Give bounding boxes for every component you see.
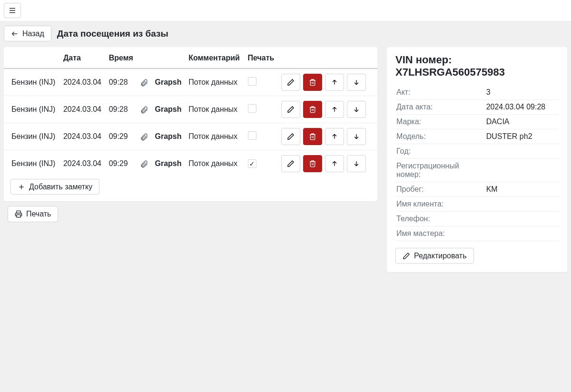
cell-fuel: Бензин (INJ) <box>4 69 60 96</box>
col-date: Дата <box>60 47 106 69</box>
delete-row-button[interactable] <box>303 128 322 145</box>
details-value: DUSTER ph2 <box>485 129 559 144</box>
main-column: Дата Время Комментарий Печать Бензин (IN… <box>4 47 377 272</box>
edit-row-button[interactable] <box>281 128 300 145</box>
move-down-button[interactable] <box>347 155 366 172</box>
vin-title: VIN номер: X7LHSRGA560575983 <box>395 54 559 78</box>
details-row: Регистрационный номер: <box>395 159 559 182</box>
details-row: Пробег:KM <box>395 182 559 197</box>
details-row: Дата акта:2024.03.04 09:28 <box>395 100 559 115</box>
cell-date: 2024.03.04 <box>60 123 106 150</box>
details-key: Телефон: <box>395 212 485 226</box>
details-row: Акт:3 <box>395 85 559 100</box>
cell-attach <box>137 69 152 96</box>
details-value <box>485 212 559 226</box>
menu-toggle-button[interactable] <box>4 3 21 18</box>
burger-icon <box>8 6 17 15</box>
details-value: KM <box>485 182 559 197</box>
cell-comment: Поток данных <box>186 69 245 96</box>
move-up-button[interactable] <box>325 74 344 91</box>
add-note-button[interactable]: Добавить заметку <box>10 179 99 195</box>
move-down-button[interactable] <box>347 101 366 118</box>
col-actions <box>278 47 377 69</box>
details-row: Телефон: <box>395 212 559 226</box>
page-header: Назад Дата посещения из базы <box>0 21 571 47</box>
add-note-label: Добавить заметку <box>29 182 92 191</box>
cell-fuel: Бензин (INJ) <box>4 96 60 123</box>
details-value <box>485 159 559 182</box>
paperclip-icon[interactable] <box>140 132 148 140</box>
cell-print: ✓ <box>245 150 279 177</box>
cell-time: 09:29 <box>106 150 138 177</box>
table-row: Бензин (INJ)2024.03.0409:28GrapshПоток д… <box>4 96 377 123</box>
print-checkbox[interactable] <box>248 131 256 140</box>
printer-icon <box>15 210 22 218</box>
details-value: DACIA <box>485 115 559 129</box>
cell-time: 09:29 <box>106 123 138 150</box>
table-row: Бензин (INJ)2024.03.0409:28GrapshПоток д… <box>4 69 377 96</box>
move-down-button[interactable] <box>347 74 366 91</box>
details-key: Имя мастера: <box>395 226 485 241</box>
print-button[interactable]: Печать <box>8 206 58 222</box>
edit-label: Редактировать <box>414 251 467 260</box>
details-actions: Редактировать <box>395 248 559 264</box>
details-key: Марка: <box>395 115 485 129</box>
details-value <box>485 197 559 212</box>
edit-button[interactable]: Редактировать <box>395 248 474 264</box>
cell-print <box>245 123 279 150</box>
details-value <box>485 226 559 241</box>
details-value <box>485 144 559 159</box>
vin-value: X7LHSRGA560575983 <box>395 66 505 78</box>
print-checkbox[interactable] <box>248 77 256 86</box>
edit-row-button[interactable] <box>281 74 300 91</box>
details-row: Год: <box>395 144 559 159</box>
edit-row-button[interactable] <box>281 155 300 172</box>
details-value: 2024.03.04 09:28 <box>485 100 559 115</box>
print-checkbox[interactable]: ✓ <box>248 159 256 168</box>
cell-comment: Поток данных <box>186 123 245 150</box>
details-key: Модель: <box>395 129 485 144</box>
edit-row-button[interactable] <box>281 101 300 118</box>
cell-fuel: Бензин (INJ) <box>4 123 60 150</box>
back-button[interactable]: Назад <box>4 26 51 41</box>
cell-attach <box>137 150 152 177</box>
table-header-row: Дата Время Комментарий Печать <box>4 47 377 69</box>
details-key: Имя клиента: <box>395 197 485 212</box>
print-row: Печать <box>4 201 377 222</box>
details-row: Имя клиента: <box>395 197 559 212</box>
print-checkbox[interactable] <box>248 104 256 113</box>
cell-tag: Grapsh <box>152 123 186 150</box>
cell-print <box>245 96 279 123</box>
visits-table: Дата Время Комментарий Печать Бензин (IN… <box>4 47 377 177</box>
below-table: Добавить заметку <box>4 177 377 201</box>
paperclip-icon[interactable] <box>140 78 148 86</box>
table-row: Бензин (INJ)2024.03.0409:29GrapshПоток д… <box>4 150 377 177</box>
details-value: 3 <box>485 85 559 100</box>
cell-actions <box>278 69 377 96</box>
paperclip-icon[interactable] <box>140 159 148 167</box>
details-key: Регистрационный номер: <box>395 159 485 182</box>
cell-time: 09:28 <box>106 69 138 96</box>
delete-row-button[interactable] <box>303 155 322 172</box>
move-down-button[interactable] <box>347 128 366 145</box>
cell-date: 2024.03.04 <box>60 96 106 123</box>
delete-row-button[interactable] <box>303 74 322 91</box>
move-up-button[interactable] <box>325 101 344 118</box>
cell-comment: Поток данных <box>186 150 245 177</box>
paperclip-icon[interactable] <box>140 105 148 113</box>
move-up-button[interactable] <box>325 155 344 172</box>
details-table: Акт:3Дата акта:2024.03.04 09:28Марка:DAC… <box>395 85 559 241</box>
print-label: Печать <box>26 209 51 218</box>
delete-row-button[interactable] <box>303 101 322 118</box>
cell-attach <box>137 96 152 123</box>
cell-date: 2024.03.04 <box>60 69 106 96</box>
plus-icon <box>18 183 25 191</box>
cell-actions <box>278 123 377 150</box>
move-up-button[interactable] <box>325 128 344 145</box>
details-card: VIN номер: X7LHSRGA560575983 Акт:3Дата а… <box>387 47 567 272</box>
vin-label: VIN номер: <box>395 54 452 66</box>
cell-print <box>245 69 279 96</box>
pencil-icon <box>403 252 410 260</box>
cell-tag: Grapsh <box>152 96 186 123</box>
back-label: Назад <box>22 29 44 38</box>
